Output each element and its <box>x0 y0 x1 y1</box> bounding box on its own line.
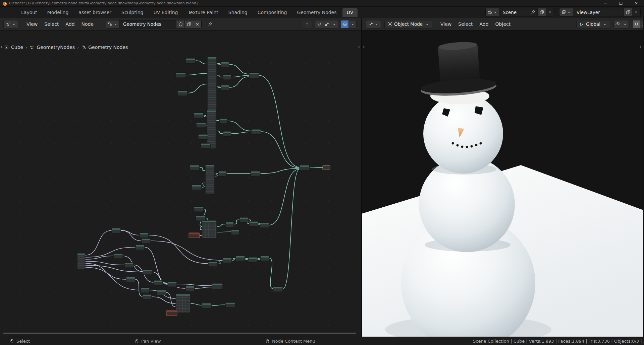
vp-snap-toggle-button[interactable] <box>633 20 640 28</box>
view-layer-selector: ViewLayer <box>559 8 641 16</box>
unlink-node-tree-button[interactable] <box>193 20 201 28</box>
scene-icon <box>487 10 492 15</box>
minimize-button[interactable]: ─ <box>598 0 613 7</box>
snap-target-button[interactable] <box>323 20 330 28</box>
orientation-label: Global <box>586 21 600 27</box>
region-expand-icon[interactable]: › <box>363 44 365 50</box>
tab-uv-editing[interactable]: UV Editing <box>149 8 182 17</box>
duplicate-icon <box>539 10 544 15</box>
x-icon <box>548 10 552 15</box>
snap-toggle-button[interactable] <box>315 20 323 28</box>
unlink-scene-button[interactable] <box>546 8 554 16</box>
tab-modeling[interactable]: Modeling <box>43 8 73 17</box>
tab-uv[interactable]: UV <box>342 8 358 17</box>
chevron-down-icon <box>623 22 627 26</box>
node-graph-canvas[interactable] <box>0 30 362 337</box>
remove-view-layer-button[interactable] <box>632 8 640 16</box>
mouse-right-icon <box>265 339 270 344</box>
vp-menu-select[interactable]: Select <box>455 20 476 28</box>
tab-shading[interactable]: Shading <box>224 8 252 17</box>
viewport-editor-type-button[interactable] <box>366 20 381 28</box>
breadcrumb-node-tree[interactable]: Geometry Nodes <box>88 45 128 50</box>
chevron-down-icon <box>332 22 336 26</box>
horizontal-scrollbar[interactable] <box>3 333 356 334</box>
pivot-point-dropdown[interactable] <box>613 20 629 28</box>
blender-logo-icon <box>3 1 7 5</box>
scene-name[interactable]: Scene <box>499 10 529 15</box>
sidebar-toggle-icon[interactable]: ‹ <box>640 44 642 50</box>
chevron-down-icon <box>493 10 497 15</box>
view-layer-browse-button[interactable] <box>559 8 573 16</box>
tab-asset-browser[interactable]: asset browser <box>74 8 116 17</box>
viewport-3d[interactable]: › ‹ <box>362 30 643 337</box>
viewport-header: Object Mode View Select Add Object Globa… <box>362 18 643 30</box>
vp-menu-view[interactable]: View <box>437 20 455 28</box>
pin-scene-button[interactable] <box>529 8 537 16</box>
chevron-down-icon <box>602 22 607 26</box>
vp-snap-target-button[interactable] <box>640 20 643 28</box>
node-tree-name[interactable]: Geometry Nodes <box>120 21 176 27</box>
new-node-tree-button[interactable] <box>184 20 193 28</box>
chevron-down-icon <box>113 22 118 26</box>
status-node-context-menu: Node Context Menu <box>265 337 315 345</box>
tab-geometry-nodes[interactable]: Geometry Nodes <box>292 8 341 17</box>
tab-texture-paint[interactable]: Texture Paint <box>183 8 222 17</box>
arrow-up-icon <box>305 22 309 26</box>
region-expand-left-icon[interactable]: › <box>1 44 3 50</box>
node-editor-header: View Select Add Node Geometry Nodes <box>0 18 362 30</box>
menu-select[interactable]: Select <box>41 20 62 28</box>
menu-node[interactable]: Node <box>78 20 97 28</box>
node-tree-icon <box>108 22 112 26</box>
x-icon <box>634 10 639 15</box>
menu-view[interactable]: View <box>23 20 41 28</box>
vp-menu-add[interactable]: Add <box>476 20 492 28</box>
scene-statistics: Scene Collection | Cube | Verts:1,893 | … <box>473 337 644 345</box>
transform-orientation-dropdown[interactable]: Global <box>576 20 610 28</box>
new-scene-button[interactable] <box>537 8 546 16</box>
x-icon <box>195 22 200 26</box>
maximize-button[interactable]: ☐ <box>613 0 629 7</box>
status-pan-view-label: Pan View <box>141 339 161 344</box>
overlays-options-chevron[interactable] <box>348 20 356 28</box>
breadcrumb-object[interactable]: Cube <box>11 45 23 50</box>
close-button[interactable]: ✕ <box>629 0 644 7</box>
mode-dropdown[interactable]: Object Mode <box>384 20 432 28</box>
scene-browse-button[interactable] <box>486 8 499 16</box>
window-title: Blender* [D:\Blender\Geometry node stuff… <box>9 1 198 5</box>
editor-type-button[interactable] <box>3 20 18 28</box>
mouse-middle-icon <box>134 339 139 344</box>
fake-user-button[interactable] <box>176 20 184 28</box>
snap-options-chevron[interactable] <box>330 20 338 28</box>
region-collapse-icon[interactable]: ‹ <box>358 44 360 50</box>
snap-target-icon <box>642 22 643 26</box>
geometry-node-editor[interactable]: › Cube › GeometryNodes › Geometry Nodes … <box>0 30 362 337</box>
modifier-nodes-icon <box>30 45 34 50</box>
status-select-label: Select <box>16 339 30 344</box>
new-view-layer-button[interactable] <box>624 8 632 16</box>
tab-sculpting[interactable]: Sculpting <box>117 8 148 17</box>
breadcrumb: Cube › GeometryNodes › Geometry Nodes <box>4 45 128 50</box>
pin-node-tree-icon[interactable] <box>207 21 213 27</box>
workspace-tabs: Layout Modeling asset browser Sculpting … <box>17 8 358 17</box>
overlays-toggle-button[interactable] <box>341 20 348 28</box>
overlay-sphere-icon <box>342 22 347 26</box>
orientation-axes-icon <box>579 22 584 26</box>
object-icon <box>4 45 9 50</box>
tab-compositing[interactable]: Compositing <box>253 8 291 17</box>
mode-label: Object Mode <box>394 21 423 27</box>
node-tree-selector: Geometry Nodes <box>106 20 202 28</box>
node-snapping-group <box>315 20 338 28</box>
topbar: Layout Modeling asset browser Sculpting … <box>0 7 644 18</box>
go-to-parent-node-tree-button[interactable] <box>302 20 312 28</box>
viewport-editor-icon <box>368 22 373 26</box>
view-layer-name[interactable]: ViewLayer <box>573 10 624 15</box>
status-bar: Select Pan View Node Context Menu Scene … <box>0 337 644 345</box>
menu-add[interactable]: Add <box>62 20 78 28</box>
mouse-left-icon <box>9 339 14 344</box>
pivot-point-icon <box>615 22 620 26</box>
overlays-group <box>341 20 357 28</box>
breadcrumb-modifier[interactable]: GeometryNodes <box>37 45 75 50</box>
vp-menu-object[interactable]: Object <box>492 20 514 28</box>
node-tree-browse-button[interactable] <box>106 20 120 28</box>
tab-layout[interactable]: Layout <box>17 8 42 17</box>
